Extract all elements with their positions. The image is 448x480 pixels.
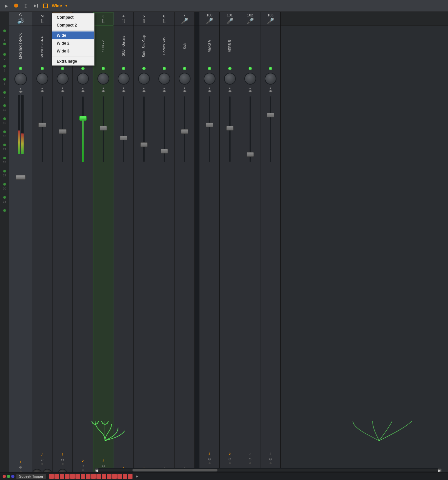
chords-sub-fader-track: [164, 96, 165, 162]
kick-led[interactable]: [183, 67, 186, 70]
sub1-bottom: ♪ ⊙: [81, 456, 84, 472]
ch103-fader-handle[interactable]: [267, 113, 274, 117]
ch103-send[interactable]: ♪: [269, 451, 272, 456]
stereo-send-btn[interactable]: ♪: [61, 451, 64, 457]
pattern-dot-3[interactable]: [60, 474, 64, 479]
header-sub-guitars[interactable]: 4 ⇅: [113, 12, 134, 26]
master-knob[interactable]: [14, 73, 27, 85]
horizontal-scrollbar[interactable]: ◀ ▶: [95, 468, 441, 472]
ch102-fader-handle[interactable]: [247, 152, 254, 157]
stereo-fader-handle[interactable]: [59, 129, 67, 134]
anchor-button[interactable]: [22, 2, 30, 10]
sub-guitars-led[interactable]: [122, 67, 125, 70]
pattern-dot-13[interactable]: [112, 474, 117, 479]
skip-button[interactable]: [32, 2, 39, 10]
pattern-dot-12[interactable]: [107, 474, 112, 479]
scroll-left-btn[interactable]: ◀: [95, 469, 98, 472]
mono-led[interactable]: [41, 67, 44, 70]
pattern-dot-15[interactable]: [123, 474, 127, 479]
verb-a-knob[interactable]: [204, 73, 215, 85]
mono-fader-area: [32, 93, 52, 450]
sub-sn-fader-handle[interactable]: [140, 142, 148, 147]
sub1-led[interactable]: [81, 67, 85, 70]
mono-knob[interactable]: [36, 73, 48, 85]
pattern-dot-6[interactable]: [75, 474, 80, 479]
kick-fader-handle[interactable]: [181, 129, 188, 134]
play-button[interactable]: ▶: [3, 2, 10, 10]
header-kick[interactable]: 7 🎤: [174, 12, 195, 26]
pattern-dot-1[interactable]: [49, 474, 54, 479]
view-selector[interactable]: Wide ▼ Compact Compact 2 Wide Wide 2 Wid…: [52, 3, 68, 8]
chords-sub-name-label: Chords Sub: [162, 37, 166, 55]
view-option-compact2[interactable]: Compact 2: [52, 21, 94, 29]
header-verb-a[interactable]: 100 🎤: [199, 12, 220, 26]
ch103-led[interactable]: [269, 67, 272, 70]
pattern-dot-2[interactable]: [54, 474, 59, 479]
kick-knob[interactable]: [179, 73, 191, 85]
sub2-fader-handle[interactable]: [100, 126, 107, 130]
ch102-send[interactable]: ♪: [249, 451, 251, 456]
header-ch102[interactable]: 102 🎤: [240, 12, 260, 26]
chords-sub-knob[interactable]: [158, 73, 170, 85]
pattern-dot-5[interactable]: [70, 474, 75, 479]
dropdown-divider-2: [52, 56, 94, 56]
header-chords-sub[interactable]: 6 ⇅: [154, 12, 174, 26]
ch103-knob[interactable]: [265, 73, 276, 85]
sub-sn-knob[interactable]: [138, 73, 150, 85]
header-verb-b[interactable]: 101 🎤: [220, 12, 240, 26]
header-ch103[interactable]: 103 🎤: [260, 12, 281, 26]
sub-sn-led[interactable]: [142, 67, 146, 70]
header-sub2[interactable]: 3 ⇅: [93, 12, 113, 26]
mono-clock: ⊙: [41, 458, 44, 462]
mono-send-btn[interactable]: ♪: [41, 451, 43, 457]
pattern-dot-11[interactable]: [102, 474, 106, 479]
master-name-label: MASTER TRACK: [19, 33, 22, 59]
chords-sub-fader-handle[interactable]: [161, 149, 168, 153]
verb-b-knob[interactable]: [224, 73, 236, 85]
sub2-send-btn[interactable]: ♪: [102, 458, 105, 463]
chords-sub-led[interactable]: [163, 67, 166, 70]
master-fader-handle[interactable]: [16, 175, 26, 180]
verb-b-led[interactable]: [228, 67, 232, 70]
sub2-led[interactable]: [102, 67, 105, 70]
stereo-knob[interactable]: [57, 73, 69, 85]
pattern-dot-8[interactable]: [86, 474, 91, 479]
verb-a-led[interactable]: [208, 67, 211, 70]
logo-button[interactable]: [12, 2, 20, 10]
sub1-knob[interactable]: [77, 73, 89, 85]
mono-fader-handle[interactable]: [38, 123, 46, 127]
pattern-dot-10[interactable]: [96, 474, 101, 479]
sub-guitars-fader-handle[interactable]: [120, 136, 127, 140]
sub2-knob[interactable]: [97, 73, 109, 85]
verb-a-send[interactable]: ♪: [208, 451, 211, 456]
header-sub-sn[interactable]: 5 ⇅: [134, 12, 154, 26]
verb-b-send[interactable]: ♪: [229, 451, 231, 456]
header-master[interactable]: C 🔊: [9, 12, 32, 26]
scroll-right-btn[interactable]: ▶: [438, 469, 441, 472]
master-led[interactable]: [19, 67, 22, 70]
header-mono[interactable]: M ⇅: [32, 12, 52, 26]
pattern-dot-16[interactable]: [128, 474, 132, 479]
pattern-dot-7[interactable]: [81, 474, 85, 479]
pattern-scroll-arrow[interactable]: ▶: [136, 474, 138, 478]
view-option-wide[interactable]: Wide: [52, 31, 94, 39]
view-option-compact[interactable]: Compact: [52, 13, 94, 21]
ch102-led[interactable]: [249, 67, 252, 70]
ch102-knob[interactable]: [244, 73, 256, 85]
sub1-send-btn[interactable]: ♪: [82, 458, 84, 463]
stereo-led[interactable]: [61, 67, 64, 70]
view-option-wide2[interactable]: Wide 2: [52, 39, 94, 47]
status-label[interactable]: Squeek Topper: [16, 474, 46, 479]
pattern-dot-14[interactable]: [117, 474, 122, 479]
pattern-dot-9[interactable]: [91, 474, 96, 479]
verb-a-fader-handle[interactable]: [206, 123, 213, 127]
scroll-thumb[interactable]: [132, 469, 217, 471]
ch102-num: 102: [247, 13, 253, 17]
sub-guitars-knob[interactable]: [118, 73, 130, 85]
view-option-wide3[interactable]: Wide 3: [52, 47, 94, 55]
view-icon-btn[interactable]: [42, 2, 49, 10]
verb-b-fader-handle[interactable]: [226, 126, 234, 130]
pattern-dot-4[interactable]: [65, 474, 70, 479]
view-option-extralarge[interactable]: Extra large: [52, 57, 94, 65]
master-send-btn[interactable]: ♪: [19, 459, 22, 464]
